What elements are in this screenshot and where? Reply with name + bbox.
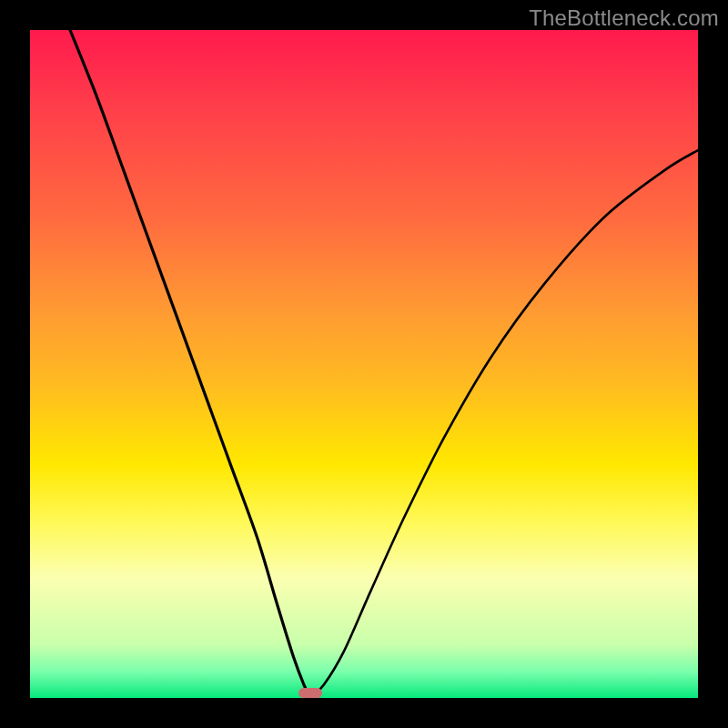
watermark-text: TheBottleneck.com — [529, 5, 719, 31]
bottleneck-marker — [298, 688, 322, 698]
chart-frame: TheBottleneck.com — [0, 0, 728, 728]
bottleneck-curve — [30, 30, 698, 698]
curve-right-branch — [310, 150, 698, 698]
curve-left-branch — [70, 30, 310, 698]
plot-area — [30, 30, 698, 698]
